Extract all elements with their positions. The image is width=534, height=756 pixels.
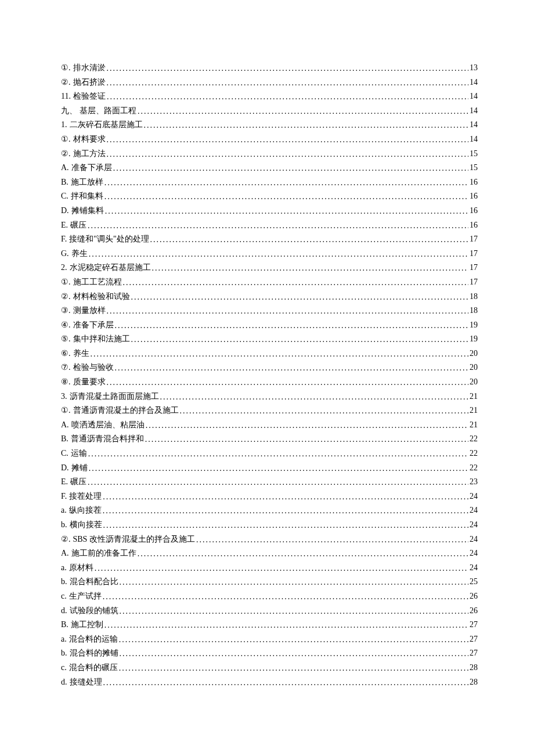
toc-entry: ③.测量放样18 <box>61 307 478 315</box>
toc-entry: ④.准备下承层19 <box>61 321 478 329</box>
toc-entry: ⑧.质量要求20 <box>61 378 478 386</box>
toc-page-number: 14 <box>470 107 478 115</box>
toc-dot-leader <box>104 193 468 201</box>
toc-dot-leader <box>105 207 468 215</box>
toc-marker: 九、 <box>61 107 77 115</box>
toc-title: 材料要求 <box>73 135 106 143</box>
toc-entry: B.施工放样16 <box>61 178 478 186</box>
toc-marker: G. <box>61 250 69 258</box>
toc-page-number: 19 <box>470 335 478 343</box>
toc-dot-leader <box>88 478 468 487</box>
toc-page-number: 17 <box>470 235 478 243</box>
toc-title: 施工方法 <box>73 150 106 158</box>
toc-page-number: 16 <box>470 221 478 229</box>
toc-dot-leader <box>88 222 468 230</box>
toc-title: 准备下承层 <box>71 164 112 172</box>
toc-page-number: 20 <box>470 350 478 358</box>
toc-entry: B.施工控制27 <box>61 621 478 629</box>
toc-title: 运输 <box>71 449 87 458</box>
toc-marker: ②. <box>61 150 71 158</box>
toc-dot-leader <box>103 507 468 515</box>
toc-marker: ②. <box>61 535 71 543</box>
toc-entry: F.接缝和"调头"处的处理17 <box>61 235 478 243</box>
toc-marker: ⑤. <box>61 335 71 343</box>
toc-dot-leader <box>150 236 468 244</box>
toc-page-number: 25 <box>470 578 478 586</box>
toc-dot-leader <box>180 407 469 415</box>
toc-entry: ①.施工工艺流程17 <box>61 278 478 286</box>
toc-marker: D. <box>61 464 69 472</box>
table-of-contents: ①.排水清淤13②.抛石挤淤1411. 检验签证14九、 基层、路面工程141.… <box>61 64 478 686</box>
toc-title: 沥青混凝土路面面层施工 <box>70 393 159 401</box>
toc-entry: 九、 基层、路面工程14 <box>61 107 478 115</box>
toc-entry: G.养生17 <box>61 250 478 258</box>
toc-dot-leader <box>88 450 468 458</box>
toc-dot-leader <box>107 379 469 387</box>
toc-page-number: 27 <box>470 649 478 657</box>
toc-marker: ①. <box>61 64 71 72</box>
toc-page-number: 22 <box>470 449 478 458</box>
toc-page-number: 20 <box>470 363 478 372</box>
toc-dot-leader <box>103 593 468 601</box>
toc-marker: b. <box>61 578 67 586</box>
toc-title: 质量要求 <box>73 378 106 386</box>
toc-page-number: 24 <box>470 506 478 514</box>
toc-dot-leader <box>89 250 468 258</box>
toc-page-number: 28 <box>470 664 478 672</box>
toc-dot-leader <box>103 521 469 530</box>
toc-title: 检验与验收 <box>73 363 114 372</box>
toc-title: 接缝和"调头"处的处理 <box>69 235 149 243</box>
toc-marker: d. <box>61 678 67 686</box>
toc-dot-leader <box>115 322 469 330</box>
toc-title: 接茬处理 <box>69 492 102 501</box>
toc-page-number: 17 <box>470 278 478 286</box>
toc-page-number: 16 <box>470 192 478 200</box>
toc-entry: A.准备下承层15 <box>61 164 478 172</box>
toc-title: 混合料配合比 <box>70 578 118 586</box>
toc-marker: F. <box>61 492 67 501</box>
toc-marker: B. <box>61 435 68 443</box>
toc-marker: 11. <box>61 92 71 100</box>
toc-dot-leader <box>113 164 468 172</box>
toc-marker: ⑥. <box>61 350 71 358</box>
toc-entry: C.拌和集料16 <box>61 192 478 200</box>
toc-dot-leader <box>160 393 469 401</box>
toc-marker: C. <box>61 192 68 200</box>
toc-title: 喷洒透层油、粘层油 <box>71 421 145 429</box>
toc-marker: C. <box>61 449 68 458</box>
toc-marker: b. <box>61 649 67 657</box>
toc-dot-leader <box>107 79 469 87</box>
toc-dot-leader <box>144 121 469 129</box>
toc-marker: A. <box>61 164 69 172</box>
toc-marker: ④. <box>61 321 71 329</box>
toc-dot-leader <box>107 64 469 73</box>
toc-dot-leader <box>107 136 469 144</box>
toc-title: 混合料的运输 <box>69 635 118 643</box>
toc-title: 拌和集料 <box>71 192 103 200</box>
toc-dot-leader <box>120 578 469 586</box>
toc-entry: b.混合料的摊铺27 <box>61 649 478 657</box>
toc-marker: 3. <box>61 393 67 401</box>
toc-entry: ⑤.集中拌和法施工19 <box>61 335 478 343</box>
toc-dot-leader <box>196 536 468 544</box>
toc-marker: ②. <box>61 293 71 301</box>
toc-title: 生产试拌 <box>69 592 102 600</box>
toc-entry: C.运输22 <box>61 449 478 458</box>
toc-marker: d. <box>61 607 67 615</box>
toc-dot-leader <box>131 293 469 301</box>
toc-dot-leader <box>119 664 468 672</box>
toc-entry: d.试验段的铺筑26 <box>61 607 478 615</box>
toc-title: 碾压 <box>70 478 86 486</box>
toc-dot-leader <box>131 336 469 344</box>
toc-title: 接缝处理 <box>70 678 102 686</box>
toc-title: 抛石挤淤 <box>73 78 106 87</box>
toc-entry: d.接缝处理28 <box>61 678 478 686</box>
toc-dot-leader <box>103 493 468 501</box>
toc-page-number: 14 <box>470 121 478 129</box>
toc-page-number: 26 <box>470 592 478 600</box>
toc-marker: ①. <box>61 135 71 143</box>
toc-title: 普通沥青混合料拌和 <box>71 435 144 443</box>
toc-page-number: 14 <box>470 135 478 143</box>
toc-page-number: 28 <box>470 678 478 686</box>
toc-title: 碾压 <box>70 221 86 229</box>
